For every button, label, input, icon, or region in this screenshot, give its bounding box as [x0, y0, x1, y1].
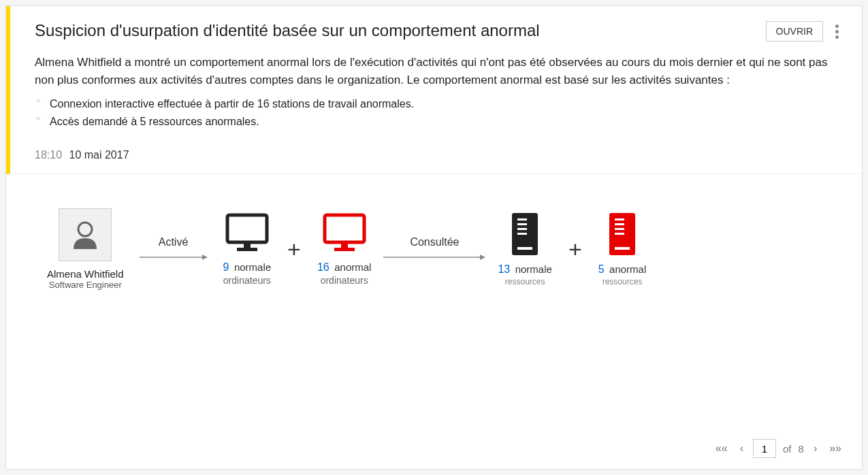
svg-rect-8 — [334, 248, 355, 251]
page-input[interactable] — [753, 439, 776, 458]
svg-rect-12 — [517, 218, 527, 220]
plus-icon: + — [287, 236, 301, 263]
arrow-label: Consultée — [410, 236, 459, 248]
entity-sub: ressources — [505, 277, 545, 286]
normal-computers[interactable]: 9 normale ordinateurs — [223, 212, 272, 286]
arrow-label: Activé — [159, 236, 189, 248]
user-name: Almena Whitfield — [47, 268, 124, 280]
alert-description: Almena Whitfield a montré un comportemen… — [35, 54, 841, 88]
arrow-accessed: Consultée — [383, 236, 485, 262]
alert-card: Suspicion d'usurpation d'identité basée … — [5, 5, 863, 470]
svg-marker-10 — [480, 255, 485, 260]
title-row: Suspicion d'usurpation d'identité basée … — [35, 21, 841, 42]
last-page-icon[interactable]: »» — [826, 441, 844, 456]
alert-bullets: Connexion interactive effectuée à partir… — [35, 95, 841, 130]
abnormal-resources[interactable]: 5 anormal ressources — [598, 212, 647, 286]
pagination: «« ‹ of 8 › »» — [713, 439, 844, 458]
arrow-icon — [140, 252, 208, 262]
title-actions: OUVRIR — [766, 21, 841, 42]
svg-rect-22 — [615, 247, 630, 250]
bullet-item: Accès demandé à 5 ressources anormales. — [50, 113, 841, 131]
svg-rect-5 — [237, 248, 257, 251]
entity-sub: ressources — [602, 277, 643, 286]
svg-rect-16 — [517, 247, 532, 250]
total-pages: 8 — [799, 443, 804, 455]
alert-time: 18:10 — [35, 149, 62, 161]
bullet-item: Connexion interactive effectuée à partir… — [50, 95, 841, 113]
prev-page-icon[interactable]: ‹ — [737, 441, 746, 456]
timestamp: 18:10 10 mai 2017 — [35, 149, 841, 161]
user-entity[interactable]: Almena Whitfield Software Engineer — [47, 208, 124, 290]
monitor-icon — [223, 212, 271, 255]
abnormal-computers[interactable]: 16 anormal ordinateurs — [317, 212, 371, 286]
count-label: 16 anormal — [317, 261, 371, 274]
server-icon — [509, 212, 541, 257]
of-label: of — [783, 443, 792, 455]
svg-rect-6 — [325, 215, 364, 242]
svg-rect-7 — [341, 242, 348, 248]
server-icon — [607, 212, 638, 257]
normal-resources[interactable]: 13 normale ressources — [498, 212, 551, 286]
alert-date: 10 mai 2017 — [69, 149, 129, 161]
svg-rect-18 — [615, 218, 624, 220]
count-label: 5 anormal — [598, 263, 647, 276]
more-menu-icon[interactable] — [833, 22, 841, 42]
svg-rect-21 — [615, 233, 624, 235]
avatar-icon — [59, 208, 112, 261]
arrow-icon — [383, 252, 485, 262]
next-page-icon[interactable]: › — [811, 441, 820, 456]
svg-marker-2 — [202, 255, 208, 260]
monitor-icon — [321, 212, 368, 255]
svg-rect-20 — [615, 228, 624, 230]
entity-sub: ordinateurs — [223, 275, 271, 286]
svg-rect-15 — [517, 233, 527, 235]
entity-sub: ordinateurs — [321, 275, 368, 286]
first-page-icon[interactable]: «« — [713, 441, 730, 456]
svg-rect-3 — [227, 215, 267, 242]
svg-rect-4 — [244, 242, 251, 248]
svg-rect-19 — [615, 223, 624, 225]
activity-diagram: Almena Whitfield Software Engineer Activ… — [6, 174, 862, 290]
plus-icon: + — [568, 236, 582, 263]
svg-rect-13 — [517, 223, 527, 225]
count-label: 13 normale — [498, 263, 551, 276]
arrow-activated: Activé — [136, 236, 211, 262]
user-role: Software Engineer — [49, 280, 122, 290]
count-label: 9 normale — [223, 261, 272, 274]
svg-point-0 — [78, 223, 92, 236]
alert-header: Suspicion d'usurpation d'identité basée … — [6, 6, 862, 174]
open-button[interactable]: OUVRIR — [766, 21, 823, 42]
alert-title: Suspicion d'usurpation d'identité basée … — [35, 21, 540, 40]
svg-rect-14 — [517, 228, 527, 230]
